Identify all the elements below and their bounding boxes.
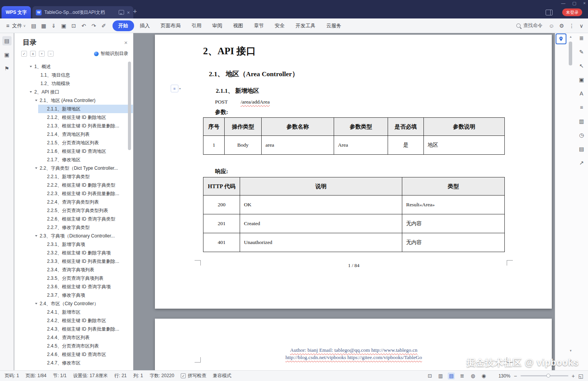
toc-item[interactable]: 1.1、项目信息: [14, 71, 133, 79]
toc-item[interactable]: 2.3.7、修改字典项: [38, 291, 133, 299]
maximize-button[interactable]: ▢: [572, 1, 576, 6]
zoom-slider[interactable]: [521, 375, 568, 376]
seal-lock-icon[interactable]: ▣: [578, 76, 585, 83]
ai-assistant-icon[interactable]: ☺: [549, 23, 554, 29]
toc-item[interactable]: 1、概述: [14, 62, 133, 71]
zoom-slider-handle[interactable]: [546, 374, 550, 378]
margin-quick-tool[interactable]: ≡ ▾: [171, 85, 181, 92]
login-badge[interactable]: 未登录: [562, 8, 582, 16]
print-layout-icon[interactable]: ▤: [448, 373, 455, 379]
toc-item[interactable]: 2.2.1、新增字典类型: [38, 172, 133, 181]
toc-item[interactable]: 2.4.5、分页查询市区列表: [38, 342, 133, 350]
page-columns-icon[interactable]: ▥: [578, 118, 585, 125]
toc-item[interactable]: 2.2.7、修改字典类型: [38, 223, 133, 232]
toc-item[interactable]: 2.2、字典类型（Dict Type Controller...: [14, 164, 133, 172]
locate-pin-button[interactable]: [556, 33, 566, 44]
scroll-down-icon[interactable]: ▾: [568, 349, 573, 353]
check-all-icon[interactable]: ✓: [21, 51, 27, 57]
toc-panel-icon[interactable]: ▤: [2, 36, 12, 45]
close-button[interactable]: ×: [583, 1, 586, 6]
toc-item[interactable]: 2.1.5、分页查询地区列表: [38, 139, 133, 147]
collapse-caret-icon[interactable]: [35, 303, 37, 304]
read-layout-icon[interactable]: ▤: [578, 145, 585, 152]
edit-pen-icon[interactable]: ✎: [578, 48, 585, 55]
toc-item[interactable]: 2.4、市区（City Controller）: [14, 299, 133, 308]
fullscreen-icon[interactable]: ⊡: [426, 373, 433, 379]
toc-item[interactable]: 2.2.3、根据主键 ID 列表批量删除...: [38, 189, 133, 198]
page-1[interactable]: ≡ ▾ 2、API 接口 2.1、 地区（Area Controller） 2.…: [155, 35, 552, 309]
toc-item[interactable]: 2.3、字典项（Dictionary Controller...: [14, 232, 133, 240]
tab-page-layout[interactable]: 页面布局: [156, 21, 186, 31]
toc-item[interactable]: 2.1.2、根据主键 ID 删除地区: [38, 113, 133, 122]
toc-item[interactable]: 2.4.1、新增市区: [38, 308, 133, 316]
toc-item[interactable]: 2.4.2、根据主键 ID 删除市区: [38, 316, 133, 325]
toc-item[interactable]: 2.1.3、根据主键 ID 列表批量删除...: [38, 122, 133, 130]
margin-doc-icon[interactable]: ≡: [171, 85, 178, 92]
menu-hamburger-icon[interactable]: ≡: [6, 23, 9, 29]
redo-icon[interactable]: ↷: [90, 23, 98, 29]
toc-item[interactable]: 2.3.4、查询字典项列表: [38, 266, 133, 274]
compat-mode-badge[interactable]: 兼容模式: [213, 373, 231, 379]
toc-item[interactable]: 2.4.4、查询市区列表: [38, 333, 133, 342]
tab-view[interactable]: 视图: [228, 21, 248, 31]
tab-security[interactable]: 安全: [270, 21, 290, 31]
tab-insert[interactable]: 插入: [135, 21, 155, 31]
command-search[interactable]: 查找命令: [516, 22, 543, 29]
zoom-in-button[interactable]: +: [572, 373, 575, 379]
minimize-button[interactable]: —: [561, 1, 565, 6]
comment-bubble-icon[interactable]: [119, 10, 124, 15]
toc-item[interactable]: 2.1.6、根据主键 ID 查询地区: [38, 147, 133, 155]
print-icon[interactable]: ▣: [60, 23, 68, 29]
select-cursor-icon[interactable]: ↖: [578, 62, 585, 69]
tab-dev-tools[interactable]: 开发工具: [291, 21, 321, 31]
zoom-value[interactable]: 130%: [497, 373, 510, 379]
toc-item[interactable]: 2.3.1、新增字典项: [38, 240, 133, 249]
toc-scrollbar-thumb[interactable]: [128, 62, 131, 150]
two-page-view-icon[interactable]: ▥: [437, 373, 444, 379]
align-format-icon[interactable]: ≡: [578, 104, 585, 111]
collapse-level-icon[interactable]: −: [48, 51, 54, 57]
toc-item[interactable]: 2.2.2、根据主键 ID 删除字典类型: [38, 181, 133, 189]
bookmark-panel-icon[interactable]: ⚑: [2, 64, 12, 73]
tab-review[interactable]: 审阅: [207, 21, 227, 31]
smart-recognize-toc-button[interactable]: 智能识别目录: [94, 50, 128, 57]
expand-level-icon[interactable]: +: [39, 51, 45, 57]
undo-icon[interactable]: ↶: [80, 23, 88, 29]
toc-item[interactable]: 2.4.3、根据主键 ID 列表批量删除...: [38, 325, 133, 333]
collapse-caret-icon[interactable]: [35, 100, 37, 101]
tab-close-icon[interactable]: ×: [127, 10, 130, 15]
outline-view-icon[interactable]: ≣: [459, 373, 465, 379]
new-tab-button[interactable]: +: [133, 8, 137, 15]
toc-item[interactable]: 2.3.2、根据主键 ID 删除字典项: [38, 249, 133, 257]
collapse-caret-icon[interactable]: [35, 167, 37, 169]
web-layout-icon[interactable]: ◍: [469, 373, 476, 379]
toc-item[interactable]: 2.1.7、修改地区: [38, 155, 133, 164]
clipboard-panel-icon[interactable]: ▣: [2, 50, 12, 59]
share-icon[interactable]: ↗: [578, 159, 585, 166]
toc-item[interactable]: 2.2.5、分页查询字典类型列表: [38, 206, 133, 215]
toc-item[interactable]: 2、API 接口: [14, 88, 133, 96]
collapse-caret-icon[interactable]: [30, 66, 32, 67]
document-tab[interactable]: W TableGo-Sp...oot项目API文档 ×: [32, 6, 133, 18]
wps-app-tab[interactable]: WPS 文字: [2, 6, 31, 18]
toc-item[interactable]: 1.2、功能模块: [14, 79, 133, 88]
nav-list-icon[interactable]: ≣: [578, 35, 585, 42]
fit-page-icon[interactable]: ◱: [578, 373, 583, 379]
document-canvas[interactable]: ≡ ▾ 2、API 接口 2.1、 地区（Area Controller） 2.…: [134, 33, 555, 370]
tab-home[interactable]: 开始: [113, 20, 134, 31]
toc-item[interactable]: 2.1.1、新增地区: [38, 105, 133, 113]
zoom-out-button[interactable]: −: [514, 373, 517, 379]
toc-item[interactable]: 2.3.6、根据主键 ID 查询字典项: [38, 282, 133, 291]
print-preview-icon[interactable]: ⊡: [70, 23, 78, 29]
tab-references[interactable]: 引用: [186, 21, 207, 31]
toc-item[interactable]: 2.4.7、修改市区: [38, 359, 133, 367]
history-version-icon[interactable]: ◷: [578, 132, 585, 139]
toc-item[interactable]: 2.1.4、查询地区列表: [38, 130, 133, 139]
export-pdf-icon[interactable]: ⇓: [50, 23, 58, 29]
translate-icon[interactable]: A: [578, 90, 585, 97]
collapse-caret-icon[interactable]: [35, 235, 37, 237]
format-painter-icon[interactable]: ✐: [100, 23, 108, 29]
eye-protection-icon[interactable]: ◉: [480, 373, 487, 379]
file-menu[interactable]: 文件: [12, 22, 22, 29]
toc-close-icon[interactable]: ×: [124, 39, 128, 46]
